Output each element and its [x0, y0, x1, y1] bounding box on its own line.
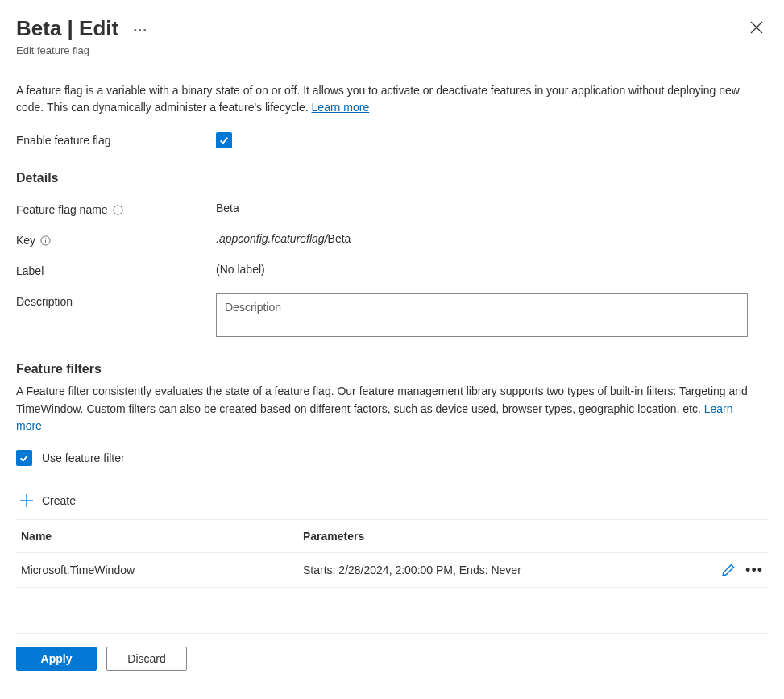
- filters-description: A Feature filter consistently evaluates …: [16, 383, 757, 435]
- page-title: Beta | Edit: [16, 16, 118, 41]
- description-label: Description: [16, 293, 216, 308]
- create-filter-button[interactable]: Create: [16, 489, 768, 520]
- enable-flag-checkbox[interactable]: [216, 132, 232, 148]
- col-parameters-header: Parameters: [298, 520, 703, 553]
- name-label: Feature flag name: [16, 203, 108, 216]
- filter-name: Microsoft.TimeWindow: [16, 553, 298, 588]
- info-icon[interactable]: [113, 205, 123, 215]
- use-filter-label: Use feature filter: [42, 451, 125, 464]
- key-label: Key: [16, 234, 35, 247]
- plus-icon: [19, 493, 34, 508]
- info-icon[interactable]: [40, 235, 51, 246]
- description-input[interactable]: [216, 293, 748, 337]
- use-filter-checkbox[interactable]: [16, 450, 32, 466]
- label-value: (No label): [216, 263, 768, 276]
- details-heading: Details: [16, 171, 768, 185]
- svg-point-4: [118, 207, 118, 208]
- svg-point-7: [45, 238, 46, 239]
- create-filter-label: Create: [42, 494, 76, 507]
- label-label: Label: [16, 263, 216, 277]
- enable-flag-label: Enable feature flag: [16, 132, 216, 147]
- row-more-icon[interactable]: •••: [745, 563, 763, 577]
- more-actions-icon[interactable]: ···: [133, 23, 147, 38]
- apply-button[interactable]: Apply: [16, 647, 97, 671]
- col-name-header: Name: [16, 520, 298, 553]
- table-row[interactable]: Microsoft.TimeWindow Starts: 2/28/2024, …: [16, 553, 768, 588]
- filter-parameters: Starts: 2/28/2024, 2:00:00 PM, Ends: Nev…: [298, 553, 703, 588]
- key-value: .appconfig.featureflag/Beta: [216, 232, 768, 245]
- intro-learn-more-link[interactable]: Learn more: [312, 101, 370, 114]
- filters-table: Name Parameters Microsoft.TimeWindow Sta…: [16, 520, 768, 588]
- name-value: Beta: [216, 202, 768, 214]
- edit-icon[interactable]: [721, 563, 736, 577]
- page-subtitle: Edit feature flag: [16, 44, 750, 56]
- intro-text: A feature flag is a variable with a bina…: [16, 82, 757, 116]
- filters-heading: Feature filters: [16, 362, 768, 377]
- discard-button[interactable]: Discard: [106, 647, 187, 671]
- close-icon[interactable]: [750, 21, 763, 34]
